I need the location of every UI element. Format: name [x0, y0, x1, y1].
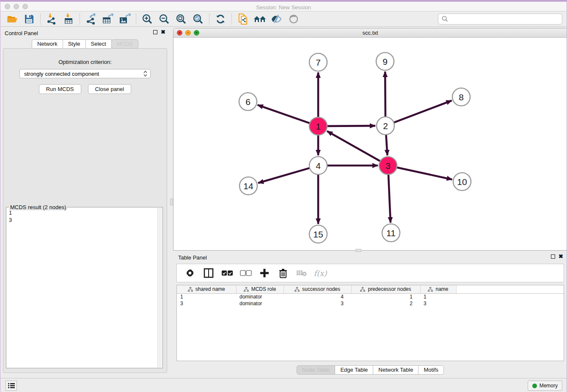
network-close-button[interactable]: ×	[177, 30, 182, 36]
tab-mcds[interactable]: MCDS	[111, 39, 138, 49]
close-table-panel-icon[interactable]: ✖	[559, 254, 563, 259]
memory-label: Memory	[539, 383, 558, 389]
import-table-button[interactable]	[60, 12, 77, 26]
node-table[interactable]: shared nameMCDS rolesuccessor nodesprede…	[176, 285, 564, 361]
import-network-button[interactable]	[43, 12, 60, 26]
tab-select[interactable]: Select	[85, 39, 112, 49]
column-header-name[interactable]: name	[420, 285, 456, 293]
network-maximize-button[interactable]: +	[194, 30, 199, 36]
column-header-predecessor-nodes[interactable]: predecessor nodes	[351, 285, 420, 293]
deselect-all-checkboxes-button[interactable]	[239, 266, 253, 280]
tab-edge-table[interactable]: Edge Table	[335, 365, 373, 375]
cell-shared-name[interactable]: 1	[177, 293, 236, 300]
cell-predecessor-nodes[interactable]: 1	[351, 293, 420, 300]
close-panel-icon[interactable]: ✖	[161, 30, 165, 34]
close-panel-button[interactable]: Close panel	[88, 84, 132, 94]
search-box[interactable]	[438, 14, 562, 25]
graph-node-15[interactable]: 15	[309, 225, 327, 243]
function-builder-button[interactable]: f(x)	[313, 266, 328, 280]
zoom-selected-button[interactable]	[190, 12, 206, 26]
delete-columns-button[interactable]	[276, 266, 290, 280]
tab-network[interactable]: Network	[32, 39, 63, 49]
cell-name[interactable]: 1	[420, 293, 456, 300]
graph-node-11[interactable]: 11	[382, 224, 400, 242]
add-column-button[interactable]	[257, 266, 272, 280]
graph-node-3[interactable]: 3	[379, 157, 397, 174]
show-graphics-details-button[interactable]	[268, 12, 285, 26]
cell-successor-nodes[interactable]: 4	[284, 293, 351, 300]
graph-node-7[interactable]: 7	[309, 53, 327, 71]
zoom-in-button[interactable]	[139, 12, 156, 26]
mcds-result-scrollbar[interactable]	[157, 208, 162, 367]
graph-node-1[interactable]: 1	[309, 117, 327, 135]
network-view-titlebar[interactable]: × − + scc.txt	[173, 28, 567, 38]
save-session-button[interactable]	[21, 12, 38, 26]
network-graph[interactable]: 7968124314101511	[173, 38, 567, 250]
graph-node-8[interactable]: 8	[452, 88, 470, 106]
divider-grip-vertical[interactable]	[170, 199, 173, 205]
table-row[interactable]: 1dominator411	[177, 293, 564, 300]
edge-2-3[interactable]	[386, 134, 387, 155]
graph-node-9[interactable]: 9	[376, 52, 394, 70]
zoom-out-button[interactable]	[156, 12, 173, 26]
column-layout-button[interactable]	[201, 266, 216, 280]
zoom-selected-icon	[193, 14, 204, 25]
search-input[interactable]	[451, 16, 559, 22]
edge-3-11[interactable]	[388, 174, 391, 223]
edge-2-9[interactable]	[385, 72, 385, 117]
column-header-MCDS-role[interactable]: MCDS role	[236, 285, 284, 293]
cell-name[interactable]: 3	[420, 300, 456, 307]
hide-selected-button[interactable]	[285, 12, 302, 26]
cell-shared-name[interactable]: 3	[177, 300, 236, 307]
table-settings-button[interactable]	[183, 266, 197, 280]
cell-predecessor-nodes[interactable]: 2	[351, 300, 420, 307]
graph-node-14[interactable]: 14	[239, 177, 257, 195]
graph-node-4[interactable]: 4	[309, 157, 327, 174]
column-header-shared-name[interactable]: shared name	[177, 285, 236, 293]
select-all-checkboxes-button[interactable]	[220, 266, 234, 280]
memory-button[interactable]: Memory	[528, 381, 562, 391]
graph-node-6[interactable]: 6	[239, 93, 257, 110]
float-panel-icon[interactable]	[153, 30, 157, 34]
criterion-select[interactable]: strongly connected component	[19, 69, 151, 78]
export-network-button[interactable]	[83, 12, 99, 26]
column-header-successor-nodes[interactable]: successor nodes	[284, 285, 351, 293]
float-table-panel-icon[interactable]	[551, 254, 555, 259]
svg-text:3: 3	[385, 161, 391, 171]
network-canvas[interactable]: 7968124314101511	[173, 38, 567, 250]
tab-motifs[interactable]: Motifs	[418, 365, 444, 375]
divider-grip-horizontal[interactable]	[355, 249, 361, 252]
table-row[interactable]: 3dominator323	[177, 300, 564, 307]
clone-network-button[interactable]	[234, 12, 251, 26]
edge-1-2[interactable]	[327, 126, 375, 126]
tab-node-table[interactable]: Node Table	[297, 365, 336, 375]
zoom-fit-button[interactable]	[173, 12, 190, 26]
zoom-fit-icon	[176, 14, 187, 25]
network-view-window: × − + scc.txt 7968124314101511	[173, 28, 567, 251]
mcds-result-text[interactable]: 1 3	[7, 208, 157, 367]
edge-3-1[interactable]	[327, 131, 381, 161]
cell-successor-nodes[interactable]: 3	[284, 300, 351, 307]
graph-node-10[interactable]: 10	[453, 173, 471, 190]
tab-style[interactable]: Style	[63, 39, 86, 49]
open-session-button[interactable]	[4, 12, 21, 26]
edge-3-10[interactable]	[396, 167, 452, 179]
run-mcds-button[interactable]: Run MCDS	[39, 84, 81, 94]
tab-network-table[interactable]: Network Table	[373, 365, 418, 375]
edge-4-14[interactable]	[258, 168, 310, 183]
export-image-button[interactable]	[116, 12, 133, 26]
edge-1-6[interactable]	[258, 105, 310, 123]
first-neighbors-button[interactable]	[251, 12, 268, 26]
network-minimize-button[interactable]: −	[185, 30, 191, 36]
svg-text:6: 6	[245, 97, 250, 107]
open-folder-icon	[6, 14, 18, 25]
edge-2-8[interactable]	[394, 101, 452, 123]
cell-MCDS-role[interactable]: dominator	[236, 300, 284, 307]
cell-MCDS-role[interactable]: dominator	[236, 293, 284, 300]
delete-table-button[interactable]	[295, 266, 309, 280]
export-table-button[interactable]	[99, 12, 116, 26]
status-menu-button[interactable]	[6, 381, 17, 391]
toolbar-separator	[80, 14, 80, 25]
refresh-button[interactable]	[212, 12, 229, 26]
graph-node-2[interactable]: 2	[377, 117, 394, 135]
